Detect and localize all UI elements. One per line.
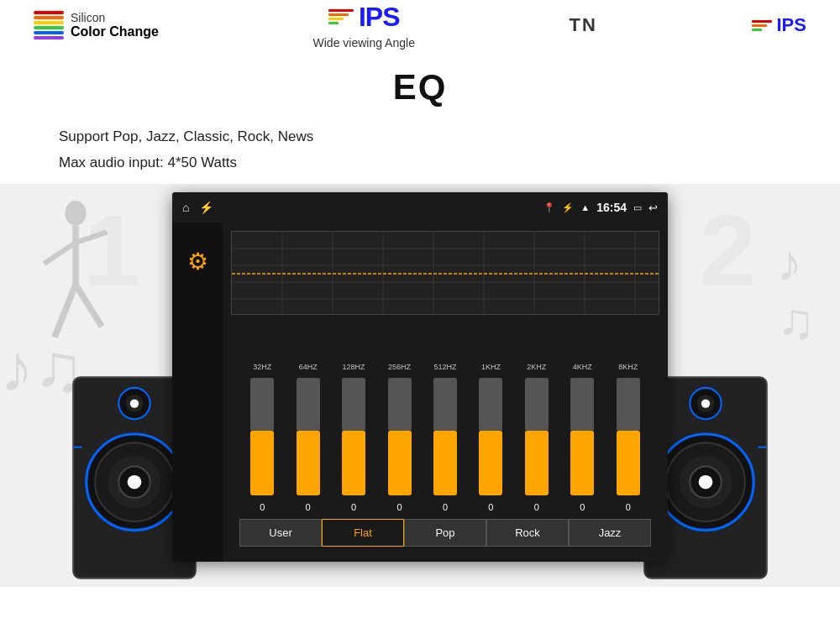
home-icon: ⌂ [182,201,189,214]
slider-track[interactable] [525,378,549,495]
eq-value: 0 [626,502,631,512]
slider-track[interactable] [433,378,457,495]
eq-freq-label: 128HZ [343,363,365,371]
eq-value: 0 [443,502,448,512]
location-icon: 📍 [543,202,555,213]
eq-value: 0 [396,502,402,512]
eq-slider-col: 2KHZ0 [514,363,559,512]
svg-point-11 [128,475,142,490]
eq-slider-col: 32HZ0 [239,363,285,512]
ips-big-text: IPS [359,2,400,33]
status-time: 16:54 [596,201,627,214]
eq-slider-col: 4KHZ0 [559,363,605,512]
eq-freq-label: 4KHZ [573,363,592,371]
svg-line-4 [55,285,76,338]
slider-track[interactable] [617,378,640,495]
eq-freq-label: 1KHZ [481,363,501,371]
preset-button[interactable]: Rock [486,519,569,547]
slider-track[interactable] [342,378,365,495]
eq-sliders: 32HZ064HZ0128HZ0256HZ0512HZ01KHZ02KHZ04K… [231,322,659,512]
main-area: 1 2 ♪♫ [0,184,840,587]
eq-freq-label: 2KHZ [527,363,546,371]
tn-label: TN [570,14,597,36]
equalizer-icon[interactable]: ⚙ [187,248,208,275]
eq-graph [231,231,659,315]
eq-panel: 32HZ064HZ0128HZ0256HZ0512HZ01KHZ02KHZ04K… [223,222,668,562]
bg-number-right: 2 [700,192,756,308]
logo-area: Silicon Color Change [34,11,159,39]
bluetooth-icon: ⚡ [562,202,574,213]
eq-freq-label: 64HZ [299,363,318,371]
svg-point-0 [66,201,87,226]
eq-value: 0 [534,502,539,512]
eq-slider-col: 512HZ0 [423,363,468,512]
eq-value: 0 [351,502,356,512]
ips-arrow-right [752,20,772,31]
slider-track[interactable] [388,378,412,495]
status-icons-left: ⌂ ⚡ [182,201,213,214]
svg-line-3 [76,233,108,243]
svg-line-5 [76,285,102,327]
status-bar: ⌂ ⚡ 📍 ⚡ ▲ 16:54 ▭ ↩ [172,192,668,222]
preset-button[interactable]: Pop [404,519,486,547]
eq-slider-col: 8KHZ0 [606,363,651,512]
svg-line-2 [45,243,76,264]
logo-line2: Color Change [71,24,159,39]
center-logo: IPS Wide viewing Angle [313,2,415,50]
eq-value: 0 [580,502,585,512]
logo-text: Silicon Color Change [71,11,159,39]
ips-right-text: IPS [777,14,806,36]
ips-logo-center: IPS [328,2,400,33]
eq-slider-col: 128HZ0 [331,363,376,512]
wide-viewing-label: Wide viewing Angle [313,36,415,50]
battery-icon: ▭ [633,202,642,213]
eq-value: 0 [260,502,265,512]
slider-track[interactable] [297,378,320,495]
eq-freq-label: 32HZ [253,363,271,371]
eq-slider-col: 1KHZ0 [468,363,513,512]
preset-button[interactable]: Jazz [569,519,651,547]
usb-icon: ⚡ [199,201,213,214]
back-icon: ↩ [648,202,658,214]
arrow-lines [328,9,354,24]
eq-desc-line1: Support Pop, Jazz, Classic, Rock, News [59,124,781,150]
eq-slider-col: 64HZ0 [285,363,330,512]
color-bars [34,11,64,39]
eq-freq-label: 512HZ [433,363,456,371]
eq-section: EQ [0,50,840,116]
slider-track[interactable] [479,378,502,495]
svg-point-14 [130,400,139,408]
eq-graph-grid [232,232,659,314]
eq-value: 0 [488,502,493,512]
preset-button[interactable]: User [239,519,322,547]
preset-button[interactable]: Flat [322,519,404,547]
eq-sliders-container: 32HZ064HZ0128HZ0256HZ0512HZ01KHZ02KHZ04K… [231,322,659,512]
eq-content: ⚙ [172,222,668,562]
eq-presets: UserFlatPopRockJazz [231,519,659,553]
slider-track[interactable] [570,378,594,495]
eq-title: EQ [0,67,840,107]
svg-point-22 [699,475,713,490]
eq-freq-label: 8KHZ [618,363,638,371]
eq-value: 0 [306,502,311,512]
eq-sidebar: ⚙ [172,222,223,562]
eq-slider-col: 256HZ0 [376,363,422,512]
eq-desc-line2: Max audio input: 4*50 Watts [59,150,781,176]
music-notes-right: ♪♫ [777,234,815,350]
wifi-icon: ▲ [580,202,590,212]
android-screen: ⌂ ⚡ 📍 ⚡ ▲ 16:54 ▭ ↩ ⚙ [172,192,668,562]
slider-track[interactable] [250,378,274,495]
ips-right: IPS [752,14,806,36]
eq-freq-label: 256HZ [388,363,411,371]
header: Silicon Color Change IPS Wide viewing An… [0,0,840,50]
status-icons-right: 📍 ⚡ ▲ 16:54 ▭ ↩ [543,201,658,214]
eq-desc: Support Pop, Jazz, Classic, Rock, News M… [0,116,840,184]
svg-point-25 [701,400,710,408]
